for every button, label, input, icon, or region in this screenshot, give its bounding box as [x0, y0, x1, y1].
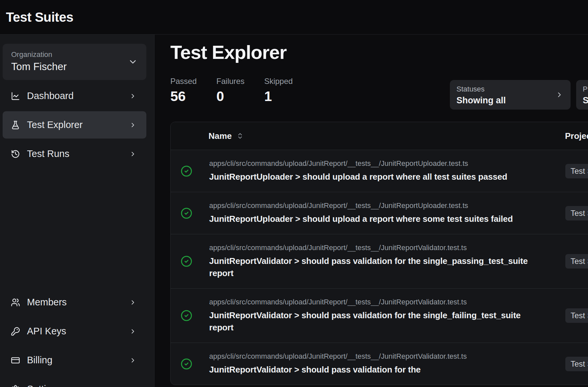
sidebar: Organization Tom Fischer Dashboard Test … [0, 35, 155, 387]
sidebar-item-dashboard[interactable]: Dashboard [3, 82, 146, 110]
sidebar-item-label: Test Explorer [27, 119, 83, 130]
stat-value: 0 [216, 89, 244, 104]
filter-label: Statuses [456, 85, 551, 93]
organization-switcher[interactable]: Organization Tom Fischer [3, 44, 146, 80]
check-circle-icon [181, 358, 192, 370]
project-badge: Test Suites [565, 357, 588, 371]
test-title: JunitReportValidator > should pass valid… [209, 255, 545, 279]
filter-value: Showing all [583, 95, 588, 106]
chevron-right-icon [129, 357, 136, 364]
sidebar-item-test-runs[interactable]: Test Runs [3, 140, 146, 168]
sidebar-item-label: Test Runs [27, 148, 69, 159]
check-circle-icon [181, 310, 192, 322]
key-icon [11, 327, 20, 336]
table-row[interactable]: apps/cli/src/commands/upload/JunitReport… [171, 343, 588, 385]
sidebar-nav-primary: Dashboard Test Explorer Test Runs [3, 82, 146, 168]
project-badge: Test Suites [565, 308, 588, 323]
filter-value: Showing all [456, 95, 551, 106]
chevron-right-icon [555, 91, 563, 99]
app-title: Test Suites [6, 10, 73, 25]
test-file-path: apps/cli/src/commands/upload/JunitReport… [209, 159, 545, 168]
table-row[interactable]: apps/cli/src/commands/upload/JunitReport… [171, 150, 588, 192]
organization-label: Organization [11, 50, 52, 59]
check-circle-icon [181, 207, 192, 219]
test-file-path: apps/cli/src/commands/upload/JunitReport… [209, 352, 545, 361]
gear-icon [11, 385, 20, 387]
chevron-right-icon [129, 299, 136, 306]
credit-card-icon [11, 356, 20, 365]
sidebar-item-label: Settings [27, 384, 61, 387]
sidebar-item-api-keys[interactable]: API Keys [3, 318, 146, 345]
sidebar-item-test-explorer[interactable]: Test Explorer [3, 111, 146, 139]
flask-icon [11, 120, 20, 130]
project-badge: Test Suites [565, 206, 588, 220]
sidebar-item-settings[interactable]: Settings [3, 375, 146, 387]
test-title: JunitReportValidator > should pass valid… [209, 309, 545, 334]
project-badge: Test Suites [565, 164, 588, 178]
sidebar-item-label: Members [27, 297, 67, 308]
table-row[interactable]: apps/cli/src/commands/upload/JunitReport… [171, 288, 588, 343]
column-header-name-label: Name [208, 131, 232, 141]
check-circle-icon [181, 165, 192, 177]
chevron-down-icon [128, 57, 138, 67]
organization-name: Tom Fischer [11, 61, 67, 73]
test-results-table: Name Project apps/cli/src/commands/uploa… [170, 122, 588, 385]
stat-label: Skipped [264, 77, 293, 86]
column-header-project: Project [565, 131, 588, 141]
stat-label: Failures [216, 77, 244, 86]
stat-value: 1 [264, 89, 293, 104]
sidebar-item-billing[interactable]: Billing [3, 347, 146, 374]
check-circle-icon [181, 255, 192, 267]
sort-chevrons-icon [236, 132, 244, 140]
projects-filter[interactable]: Projects Showing all [576, 80, 588, 110]
filter-label: Projects [583, 85, 588, 93]
chevron-right-icon [129, 386, 136, 387]
test-file-path: apps/cli/src/commands/upload/JunitReport… [209, 201, 545, 210]
sidebar-item-label: Billing [27, 355, 52, 366]
stats-summary: Passed 56 Failures 0 Skipped 1 [170, 77, 293, 104]
stat-label: Passed [170, 77, 197, 86]
stat-failures: Failures 0 [216, 77, 244, 104]
main-content: Test Explorer Passed 56 Failures 0 Skipp… [155, 35, 588, 387]
page-title: Test Explorer [170, 41, 286, 63]
chevron-right-icon [129, 150, 136, 158]
top-bar: Test Suites [0, 0, 588, 35]
table-header: Name Project [171, 122, 588, 150]
test-file-path: apps/cli/src/commands/upload/JunitReport… [209, 297, 545, 306]
stat-passed: Passed 56 [170, 77, 197, 104]
project-badge: Test Suites [565, 254, 588, 269]
line-chart-icon [11, 91, 20, 101]
test-file-path: apps/cli/src/commands/upload/JunitReport… [209, 243, 545, 252]
stat-value: 56 [170, 89, 197, 104]
sidebar-item-label: API Keys [27, 326, 66, 337]
column-header-name[interactable]: Name [208, 131, 244, 141]
test-title: JunitReportValidator > should pass valid… [209, 364, 545, 376]
stat-skipped: Skipped 1 [264, 77, 293, 104]
chevron-right-icon [129, 121, 136, 129]
sidebar-item-members[interactable]: Members [3, 289, 146, 316]
table-row[interactable]: apps/cli/src/commands/upload/JunitReport… [171, 192, 588, 234]
sidebar-nav-secondary: Members API Keys Billing [3, 289, 146, 387]
test-title: JunitReportUploader > should upload a re… [209, 213, 545, 225]
chevron-right-icon [129, 92, 136, 100]
sidebar-item-label: Dashboard [27, 90, 74, 101]
chevron-right-icon [129, 328, 136, 335]
users-icon [11, 298, 20, 307]
history-icon [11, 149, 20, 159]
test-title: JunitReportUploader > should upload a re… [209, 171, 545, 183]
table-row[interactable]: apps/cli/src/commands/upload/JunitReport… [171, 234, 588, 288]
statuses-filter[interactable]: Statuses Showing all [450, 80, 571, 110]
